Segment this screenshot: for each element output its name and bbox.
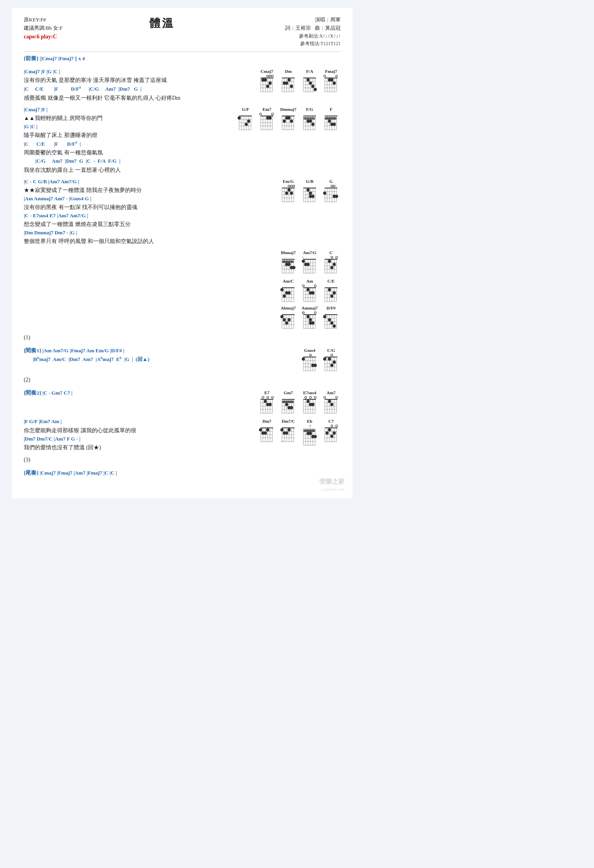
chord-diagram-am7g: Am7/G z [301, 250, 318, 274]
chord-diagram-c7: C7 [323, 419, 339, 446]
chord-group-ab: Abmaj7 Ammaj7 [24, 305, 341, 330]
svg-point-388 [290, 406, 293, 409]
finger-pattern: 參考指法:T121T121 [261, 40, 341, 47]
verse2-chords2: |G |C | [24, 123, 230, 130]
watermark-url: yinyuezi.com [321, 487, 345, 492]
chord-diagram-cg: C/G [323, 348, 339, 372]
svg-point-373 [268, 403, 272, 406]
chord-diagram-abmaj7: Abmaj7 [280, 306, 297, 329]
svg-rect-311 [325, 314, 337, 315]
svg-point-60 [336, 75, 338, 77]
svg-point-485 [326, 431, 329, 435]
svg-point-29 [287, 78, 291, 82]
svg-point-307 [307, 315, 310, 318]
p2-block: (2) [24, 376, 341, 384]
chorus2-section: Bbmaj7 [24, 249, 341, 275]
verse3-chord-diagrams: Dm7 [230, 418, 341, 447]
svg-rect-0 [261, 78, 273, 78]
chord-diagram-e7sus4: E7sus4 [301, 390, 318, 414]
verse3-chords1: |F G/F |Em7 Am | [24, 418, 230, 425]
svg-text:z: z [302, 311, 304, 315]
svg-rect-357 [261, 399, 273, 400]
svg-rect-326 [303, 357, 316, 357]
svg-point-12 [269, 75, 271, 77]
p1-label: (1) [24, 333, 341, 342]
chord-diagram-am7: Am7 [323, 390, 339, 414]
song-title: 體溫 [63, 16, 261, 31]
svg-point-201 [292, 266, 295, 269]
svg-point-216 [307, 263, 310, 266]
verse1-left: |Cmaj7 |F |G |C | 沒有你的天氣 是那麼的寒冷 漫天厚厚的冰雪 … [24, 68, 230, 103]
intro-line: [前奏] ||Cmaj7 |Fmaj7 || x 4 [24, 55, 341, 63]
chord-diagram-dm7: Dm7 [259, 419, 275, 446]
svg-point-150 [291, 185, 293, 187]
svg-point-149 [288, 185, 290, 187]
chorus-section: |C - C G/B |Am7 Am7/G | ★★寂寞變成了一種體溫 陪我在子… [24, 178, 341, 247]
chord-diagram-eb: Eb 6 [301, 419, 318, 446]
svg-point-305 [314, 312, 316, 314]
interlude1-line2: |Bbmaj7 Am/C |Dm7 Am7 |Abmaj7 Eb |G | (回… [24, 355, 230, 363]
svg-rect-374 [282, 399, 295, 400]
verse1-lyric2: 感覺孤獨 就像是一根又一根利針 它毫不客氣的扎得人 心好疼Dm [24, 94, 230, 102]
chord-diagram-dm: Dm [280, 69, 297, 93]
svg-rect-197 [282, 260, 294, 263]
svg-rect-278 [282, 314, 295, 315]
strum-pattern: 參考刷法:X↑↓↑X↑↓↑ [261, 32, 341, 40]
verse3-chords2: |Dm7 Dm7/C |Am7 F G - | [24, 435, 230, 443]
svg-point-167 [309, 192, 312, 195]
chorus-chords2: |Am Ammaj7 Am7 - |Gsus4 G | [24, 195, 230, 202]
svg-point-450 [287, 428, 291, 431]
chord-diagram-ce: C/E [323, 279, 339, 302]
svg-point-16 [268, 82, 272, 85]
svg-text:z: z [302, 256, 304, 259]
chord-diagram-dmmaj7: Dmmaj7 [280, 107, 297, 131]
intro-chords: ||Cmaj7 |Fmaj7 || x 4 [40, 55, 85, 61]
svg-point-322 [323, 315, 326, 318]
interlude1-section: [間奏1] |Am Am7/G |Fmaj7 Am Em/G |D/F# | |… [24, 347, 341, 372]
header-center: 體溫 [63, 16, 261, 31]
chord-diagram-dfsharp: D/F# [323, 306, 339, 329]
svg-point-291 [287, 318, 291, 321]
svg-point-229 [336, 256, 338, 258]
lyricist-composer: 詞：王裕宗 曲：黃品冠 [261, 24, 341, 32]
verse2-chord-diagrams: G/F [230, 106, 341, 131]
p3-label: (3) [24, 456, 341, 464]
svg-point-181 [331, 185, 333, 187]
svg-point-370 [272, 397, 274, 399]
original-key: 原KEY:F# [24, 16, 63, 24]
svg-point-153 [290, 192, 293, 195]
svg-point-77 [245, 123, 248, 126]
svg-point-292 [285, 321, 288, 325]
svg-point-17 [266, 85, 269, 88]
outro-label: [尾奏] [24, 470, 38, 476]
svg-point-434 [264, 431, 267, 435]
interlude2-left: [間奏2] |C - Gm7 C7 | [24, 389, 230, 398]
svg-rect-186 [282, 259, 295, 260]
lyricist: 詞：王裕宗 [285, 25, 311, 31]
svg-point-435 [266, 428, 269, 431]
svg-rect-406 [325, 399, 337, 400]
svg-point-45 [309, 82, 312, 85]
verse1-chords2: |C C/E |F D/F# |C/G Am7 |Dm7 G | [24, 85, 230, 93]
svg-point-310 [309, 321, 312, 325]
svg-rect-48 [325, 78, 337, 78]
chord-diagram-cmaj7: Cmaj7 [259, 69, 275, 93]
svg-point-107 [290, 120, 293, 123]
svg-point-323 [328, 318, 331, 321]
svg-point-62 [330, 78, 333, 82]
interlude2-chord-diagrams: E7 [230, 389, 341, 415]
svg-point-32 [290, 85, 293, 88]
svg-point-356 [323, 357, 326, 361]
singer: 演唱：周軍 [261, 16, 341, 24]
intro-label: [前奏] [24, 55, 38, 61]
chorus2-chord-diagrams: Bbmaj7 [230, 249, 341, 275]
svg-point-337 [310, 354, 312, 356]
svg-point-400 [305, 397, 307, 399]
chord-diagram-gf: G/F [237, 107, 254, 131]
svg-rect-93 [282, 116, 295, 116]
svg-point-183 [323, 192, 326, 195]
svg-point-230 [328, 260, 331, 263]
outro-chords: |Cmaj7 |Fmaj7 |Am7 |Fmaj7 |C |C | [40, 470, 117, 476]
svg-rect-170 [325, 188, 337, 188]
svg-point-31 [285, 82, 288, 85]
